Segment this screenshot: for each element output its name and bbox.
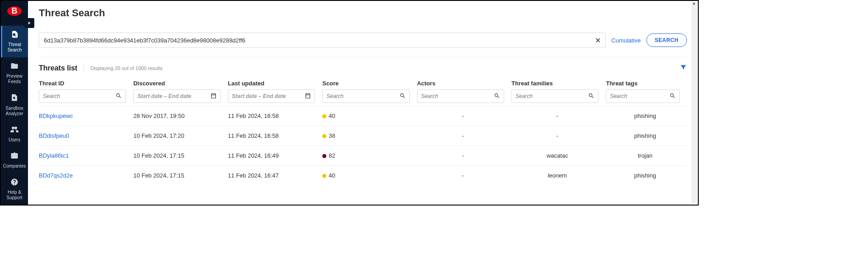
cell-families: - [511,126,606,146]
date-placeholder: Start date – End date [232,93,305,99]
filter-threat-id-input[interactable] [43,93,116,99]
calendar-icon [305,93,311,100]
threat-search-bar: ✕ [39,33,606,48]
threat-id-link[interactable]: BDkpkupewc [39,106,133,126]
nav-label: Threat Search [2,42,27,53]
cell-discovered: 10 Feb 2024, 17:20 [133,126,227,146]
nav-label: Preview Feeds [2,74,27,84]
main-content: Threat Search ✕ Cumulative SEARCH Threat… [28,1,698,205]
cell-families: - [511,106,606,126]
app-window: B Threat Search Preview Feeds Sa [0,0,699,206]
page-title: Threat Search [39,7,687,24]
search-icon [399,93,406,100]
cell-actors: - [417,106,511,126]
threat-id-link[interactable]: BDdisfpeu0 [39,126,133,146]
filter-actors[interactable] [417,89,504,103]
cell-families: wacatac [511,146,606,166]
cell-tags: trojan [606,146,687,166]
cumulative-link[interactable]: Cumulative [611,37,641,44]
score-dot-icon [322,154,326,158]
table-row: BDdisfpeu010 Feb 2024, 17:2011 Feb 2024,… [39,126,687,146]
filter-last-updated[interactable]: Start date – End date [228,89,315,103]
sidebar-expand-chevron-icon[interactable] [24,18,34,28]
date-placeholder: Start date – End date [137,93,210,99]
filter-families[interactable] [511,89,599,103]
file-analyze-icon [10,93,19,103]
cell-discovered: 10 Feb 2024, 17:15 [133,166,227,186]
search-icon [669,93,676,100]
sidebar-item-sandbox-analyzer[interactable]: Sandbox Analyzer [1,89,28,121]
search-icon [588,93,594,100]
nav-label: Companies [3,164,26,169]
filter-families-input[interactable] [515,93,588,99]
sidebar-item-companies[interactable]: Companies [1,147,28,173]
filter-tags-input[interactable] [610,93,669,99]
threat-id-link[interactable]: BDd7qs2d2e [39,166,133,186]
cell-tags: phishing [606,126,687,146]
table-row: BDyla86tc110 Feb 2024, 17:1511 Feb 2024,… [39,146,687,166]
col-threat-families: Threat families [511,76,606,106]
col-threat-tags: Threat tags [606,76,687,106]
cell-updated: 11 Feb 2024, 16:58 [228,126,322,146]
cell-families: leonem [511,166,606,186]
cell-score: 82 [322,146,417,166]
cell-actors: - [417,126,511,146]
cell-discovered: 28 Nov 2017, 19:50 [133,106,227,126]
threats-list-count: Displaying 20 out of 1000 results [84,65,162,71]
cell-discovered: 10 Feb 2024, 17:15 [133,146,227,166]
clear-search-icon[interactable]: ✕ [595,36,601,45]
cell-updated: 11 Feb 2024, 16:49 [228,146,322,166]
col-last-updated: Last updated Start date – End date [228,76,322,106]
filter-actors-input[interactable] [421,93,494,99]
cell-score: 40 [322,166,417,186]
col-actors: Actors [417,76,511,106]
document-search-icon [11,30,19,40]
search-button[interactable]: SEARCH [646,33,687,47]
table-row: BDd7qs2d2e10 Feb 2024, 17:1511 Feb 2024,… [39,166,687,186]
filter-score-input[interactable] [326,93,399,99]
sidebar-item-threat-search[interactable]: Threat Search [1,26,28,57]
cell-score: 40 [322,106,417,126]
score-dot-icon [322,134,326,138]
sidebar-item-users[interactable]: Users [1,121,28,147]
filter-icon[interactable] [680,64,687,73]
score-dot-icon [322,114,326,118]
sidebar-item-preview-feeds[interactable]: Preview Feeds [1,57,28,89]
sidebar-item-help-support[interactable]: Help & Support [1,173,28,205]
threat-id-link[interactable]: BDyla86tc1 [39,146,133,166]
search-icon [494,93,500,100]
calendar-icon [210,93,217,100]
filter-discovered[interactable]: Start date – End date [133,89,220,103]
col-threat-id: Threat ID [39,76,133,106]
filter-score[interactable] [322,89,409,103]
cell-actors: - [417,146,511,166]
cell-updated: 11 Feb 2024, 16:58 [228,106,322,126]
threat-search-input[interactable] [44,37,595,44]
users-icon [10,126,19,136]
folder-icon [10,62,19,72]
help-circle-icon [10,178,19,188]
nav-label: Users [9,137,20,143]
threats-list-title: Threats list [39,64,84,72]
brand-logo: B [7,6,22,16]
nav-label: Help & Support [2,190,27,201]
cell-actors: - [417,166,511,186]
briefcase-icon [10,152,19,162]
col-score: Score [322,76,417,106]
cell-score: 38 [322,126,417,146]
threats-table: Threat ID Discovered Start date – End da… [39,76,687,185]
cell-tags: phishing [606,166,687,186]
filter-threat-id[interactable] [39,89,126,103]
col-discovered: Discovered Start date – End date [133,76,227,106]
table-row: BDkpkupewc28 Nov 2017, 19:5011 Feb 2024,… [39,106,687,126]
left-sidebar: B Threat Search Preview Feeds Sa [1,1,28,205]
filter-tags[interactable] [606,89,680,103]
cell-updated: 11 Feb 2024, 16:47 [228,166,322,186]
score-dot-icon [322,174,326,178]
search-icon [116,93,122,100]
nav-label: Sandbox Analyzer [2,106,27,117]
cell-tags: phishing [606,106,687,126]
vertical-scrollbar[interactable] [692,2,697,204]
